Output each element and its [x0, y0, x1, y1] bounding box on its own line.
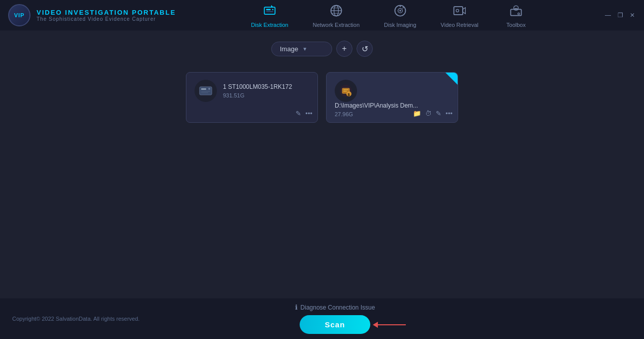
dropdown-value: Image — [280, 45, 298, 53]
copyright-text: Copyright© 2022 SalvationData. All right… — [12, 316, 140, 322]
tab-disk-imaging[interactable]: Disk Imaging — [372, 0, 429, 32]
refresh-button[interactable]: ↺ — [357, 41, 373, 57]
tab-toolbox[interactable]: Toolbox — [491, 0, 541, 32]
svg-rect-24 — [201, 92, 208, 93]
image-icon-circle: $ — [335, 80, 357, 102]
titlebar-left: VIP VIDEO INVESTIGATION PORTABLE The Sop… — [8, 4, 176, 26]
image-dropdown[interactable]: Image ▼ — [271, 42, 332, 56]
edit2-icon[interactable]: ✎ — [436, 110, 441, 117]
diagnose-label: Diagnose Connection Issue — [301, 304, 375, 311]
logo-text: VIP — [14, 12, 25, 18]
disk-icon-circle — [195, 80, 217, 102]
info-icon: ℹ — [295, 303, 298, 311]
scan-button[interactable]: Scan — [300, 315, 371, 334]
restore-button[interactable]: ❐ — [617, 12, 624, 19]
svg-rect-21 — [201, 88, 206, 90]
svg-point-22 — [208, 88, 210, 90]
minimize-button[interactable]: — — [604, 12, 611, 19]
tab-disk-imaging-label: Disk Imaging — [384, 22, 416, 28]
app-title-sub: The Sophisticated Video Evidence Capture… — [37, 16, 176, 22]
app-title-main: VIDEO INVESTIGATION PORTABLE — [37, 9, 176, 16]
tab-video-retrieval[interactable]: Video Retrieval — [429, 0, 491, 32]
selected-badge — [445, 73, 458, 85]
main-content: Image ▼ + ↺ — [0, 30, 644, 298]
disk-card[interactable]: 1 ST1000LM035-1RK172 931.51G ✎ ••• — [186, 72, 318, 123]
image-card[interactable]: $ D:\Images\VIP\Analysis Dem... 27.96G 📁… — [326, 72, 458, 123]
video-retrieval-icon — [452, 3, 468, 19]
svg-text:$: $ — [348, 92, 350, 97]
chevron-down-icon: ▼ — [302, 46, 307, 52]
tab-toolbox-label: Toolbox — [506, 22, 526, 28]
arrow-line — [378, 324, 406, 325]
disk-card-info: 1 ST1000LM035-1RK172 931.51G — [223, 83, 292, 98]
titlebar: VIP VIDEO INVESTIGATION PORTABLE The Sop… — [0, 0, 644, 30]
image-card-name: D:\Images\VIP\Analysis Dem... — [335, 102, 449, 109]
folder-icon[interactable]: 📁 — [413, 110, 421, 117]
plus-icon: + — [342, 44, 346, 53]
disk-card-name: 1 ST1000LM035-1RK172 — [223, 83, 292, 90]
bottom-bar: Copyright© 2022 SalvationData. All right… — [0, 298, 644, 339]
window-controls: — ❐ ✕ — [604, 12, 636, 19]
refresh-icon: ↺ — [362, 44, 368, 54]
more-icon[interactable]: ••• — [305, 110, 312, 117]
more2-icon[interactable]: ••• — [445, 110, 453, 117]
svg-rect-27 — [343, 89, 348, 90]
svg-rect-15 — [454, 7, 463, 15]
svg-point-16 — [456, 9, 459, 12]
arrow-head — [373, 322, 378, 328]
disk-card-header: 1 ST1000LM035-1RK172 931.51G — [195, 80, 309, 102]
image-card-actions: 📁 ⏱ ✎ ••• — [413, 110, 453, 117]
svg-rect-3 — [266, 11, 273, 12]
toolbox-icon — [508, 3, 524, 19]
svg-rect-28 — [343, 91, 347, 92]
toolbar: Image ▼ + ↺ — [271, 41, 373, 57]
tab-network-extraction[interactable]: Network Extraction — [301, 0, 372, 32]
tab-disk-extraction[interactable]: Disk Extraction — [239, 0, 300, 32]
svg-rect-1 — [266, 9, 271, 11]
disk-card-actions: ✎ ••• — [296, 110, 312, 117]
add-button[interactable]: + — [336, 41, 352, 57]
svg-rect-23 — [201, 91, 210, 92]
cards-area: 1 ST1000LM035-1RK172 931.51G ✎ ••• — [186, 72, 458, 123]
network-extraction-icon — [328, 3, 344, 19]
history-icon[interactable]: ⏱ — [425, 110, 432, 117]
disk-extraction-icon — [262, 3, 278, 19]
tab-network-extraction-label: Network Extraction — [313, 22, 360, 28]
bottom-center: ℹ Diagnose Connection Issue Scan — [295, 303, 375, 334]
arrow-indicator — [373, 322, 406, 328]
svg-line-14 — [402, 7, 404, 9]
nav-tabs: Disk Extraction Network Extraction — [176, 0, 604, 32]
tab-video-retrieval-label: Video Retrieval — [441, 22, 478, 28]
tab-disk-extraction-label: Disk Extraction — [251, 22, 288, 28]
close-button[interactable]: ✕ — [629, 12, 636, 19]
scan-btn-wrapper: Scan — [300, 315, 371, 334]
disk-card-size: 931.51G — [223, 92, 292, 98]
edit-icon[interactable]: ✎ — [296, 110, 301, 117]
svg-point-2 — [272, 9, 274, 11]
svg-point-19 — [518, 13, 520, 15]
svg-point-12 — [399, 10, 401, 12]
app-title: VIDEO INVESTIGATION PORTABLE The Sophist… — [37, 9, 176, 22]
svg-rect-0 — [265, 7, 275, 14]
diagnose-link[interactable]: ℹ Diagnose Connection Issue — [295, 303, 375, 311]
disk-imaging-icon — [392, 3, 408, 19]
app-logo: VIP — [8, 4, 30, 26]
